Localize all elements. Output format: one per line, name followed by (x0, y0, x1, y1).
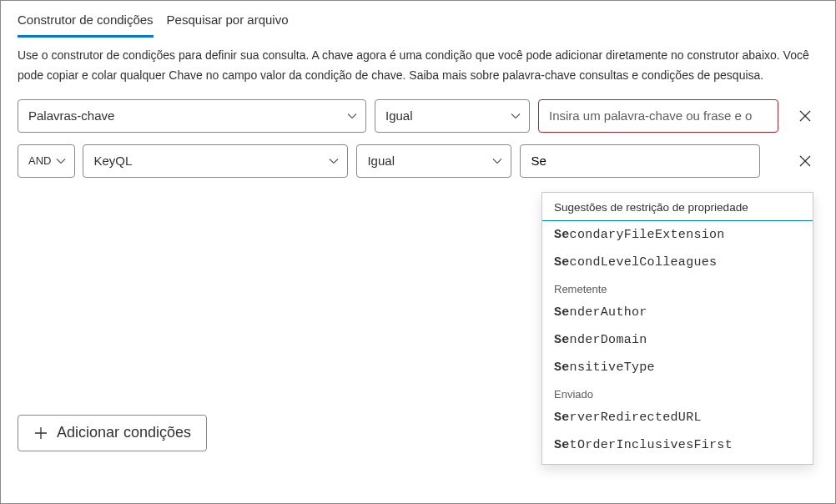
chevron-down-icon (329, 156, 339, 166)
field-select[interactable]: Palavras-chave (18, 99, 366, 133)
dropdown-header: Sugestões de restrição de propriedade (542, 193, 813, 221)
suggestion-item[interactable]: SecondaryFileExtension (542, 221, 813, 249)
operator-select[interactable]: Igual (356, 144, 511, 178)
add-conditions-button[interactable]: Adicionar condições (18, 415, 207, 451)
suggestion-item[interactable]: SetOrderInclusivesFirst (542, 431, 813, 459)
remove-condition-button[interactable] (792, 148, 818, 174)
tabs: Construtor de condições Pesquisar por ar… (1, 1, 835, 38)
operator-select[interactable]: Igual (375, 99, 530, 133)
plus-icon (33, 426, 48, 441)
value-input[interactable] (538, 99, 778, 133)
property-suggestions-dropdown: Sugestões de restrição de propriedade Se… (541, 192, 813, 465)
close-icon (798, 109, 812, 123)
tab-search-by-file[interactable]: Pesquisar por arquivo (167, 8, 289, 38)
chevron-down-icon (56, 156, 66, 166)
operator-select-label: Igual (367, 154, 395, 168)
suggestion-item[interactable]: SenderDomain (542, 326, 813, 354)
remove-condition-button[interactable] (792, 103, 818, 129)
operator-select-label: Igual (385, 108, 413, 123)
field-select-label: KeyQL (93, 154, 132, 168)
conditions-area: Palavras-chave Igual AND KeyQL Igual (1, 99, 835, 178)
suggestion-group-label: Enviado (542, 381, 813, 404)
chevron-down-icon (511, 111, 521, 121)
suggestion-item[interactable]: SecondLevelColleagues (542, 249, 813, 276)
field-select[interactable]: KeyQL (83, 144, 348, 178)
suggestion-item[interactable]: SensitiveType (542, 354, 813, 381)
field-select-label: Palavras-chave (28, 108, 114, 123)
condition-row-2: AND KeyQL Igual (18, 144, 818, 178)
join-select[interactable]: AND (18, 144, 75, 178)
condition-row-1: Palavras-chave Igual (18, 99, 818, 133)
chevron-down-icon (492, 156, 502, 166)
chevron-down-icon (347, 111, 357, 121)
builder-description: Use o construtor de condições para defin… (1, 38, 835, 99)
value-input[interactable] (520, 144, 760, 178)
suggestion-item[interactable]: SenderAuthor (542, 299, 813, 326)
close-icon (798, 154, 812, 168)
tab-condition-builder[interactable]: Construtor de condições (18, 8, 154, 38)
suggestion-item[interactable]: ServerRedirectedURL (542, 404, 813, 431)
suggestion-group-label: Remetente (542, 276, 813, 299)
join-select-label: AND (28, 154, 51, 167)
add-conditions-label: Adicionar condições (57, 424, 191, 441)
